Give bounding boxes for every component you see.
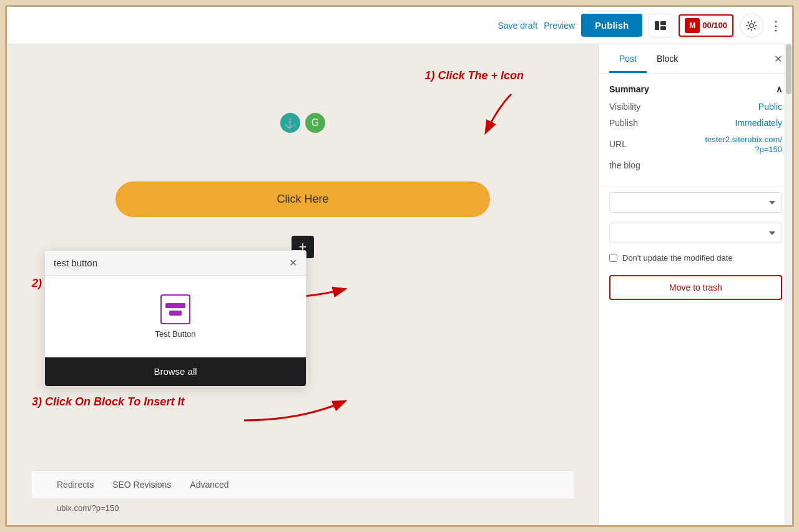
visibility-row: Visibility Public xyxy=(609,102,782,112)
anchor-icon: ⚓ xyxy=(280,113,300,133)
search-results: Test Button xyxy=(45,276,306,357)
toolbar: Save draft Preview Publish M 00/100 ⋮ xyxy=(7,7,792,44)
url-suffix[interactable]: ?p=150 xyxy=(755,145,782,154)
summary-label: Summary xyxy=(609,84,649,94)
summary-chevron: ∧ xyxy=(776,84,782,94)
svg-rect-0 xyxy=(655,21,659,30)
sidebar-post-tab[interactable]: Post xyxy=(609,46,647,73)
browse-all-footer[interactable]: Browse all xyxy=(45,357,306,386)
search-close-button[interactable]: ✕ xyxy=(289,257,297,269)
url-row: URL tester2.siterubix.com/ ?p=150 xyxy=(609,134,782,154)
test-button-block-icon xyxy=(160,294,190,324)
url-label: URL xyxy=(609,139,627,149)
modified-date-checkbox[interactable] xyxy=(609,254,617,262)
test-button-block-label: Test Button xyxy=(155,329,195,339)
view-toggle-button[interactable] xyxy=(649,14,672,37)
advanced-tab[interactable]: Advanced xyxy=(190,480,228,490)
svg-rect-1 xyxy=(660,21,666,25)
category-dropdown[interactable] xyxy=(609,192,782,213)
url-bottom-text: ubix.com/?p=150 xyxy=(32,498,574,518)
redirects-tab[interactable]: Redirects xyxy=(57,480,94,490)
arrow1-icon xyxy=(461,88,536,138)
svg-rect-2 xyxy=(660,26,666,30)
publish-row-value[interactable]: Immediately xyxy=(735,118,782,128)
visibility-label: Visibility xyxy=(609,102,640,112)
step1-annotation: 1) Click The + Icon xyxy=(424,69,524,82)
summary-header[interactable]: Summary ∧ xyxy=(609,84,782,94)
sidebar-block-tab[interactable]: Block xyxy=(647,46,688,73)
block-search-popup: ✕ Test Button Browse all xyxy=(44,250,306,387)
publish-button[interactable]: Publish xyxy=(581,14,642,37)
after-text-row: the blog xyxy=(609,160,782,170)
arrow3-icon xyxy=(244,395,356,427)
grammar-icon: G xyxy=(305,113,325,133)
block-icon-line2 xyxy=(169,311,181,316)
right-sidebar: Post Block ✕ Summary ∧ Visibility Public… xyxy=(599,44,792,525)
right-scrollbar[interactable] xyxy=(785,44,792,525)
modified-date-label: Don't update the modified date xyxy=(622,253,733,263)
browse-all-text: Browse all xyxy=(154,366,197,377)
seo-icon: M xyxy=(685,18,700,33)
format-dropdown[interactable] xyxy=(609,223,782,243)
step4-region: Or Click Browse All To See Full Block Li… xyxy=(32,518,574,525)
gear-icon xyxy=(746,20,757,31)
scrollbar-thumb xyxy=(786,44,792,94)
step4-annotation: Or Click Browse All To See Full Block Li… xyxy=(57,524,298,525)
save-draft-link[interactable]: Save draft xyxy=(498,21,537,31)
step3-annotation: 3) Click On Block To Insert It xyxy=(32,395,184,409)
visibility-value[interactable]: Public xyxy=(758,102,782,112)
modified-date-row: Don't update the modified date xyxy=(599,248,792,268)
summary-section: Summary ∧ Visibility Public Publish Imme… xyxy=(599,74,792,187)
move-to-trash-button[interactable]: Move to trash xyxy=(609,275,782,300)
test-button-block-item[interactable]: Test Button xyxy=(149,288,202,345)
more-options-button[interactable]: ⋮ xyxy=(770,18,782,33)
url-value-container: tester2.siterubix.com/ ?p=150 xyxy=(705,134,782,154)
click-here-button[interactable]: Click Here xyxy=(115,181,490,217)
block-search-input[interactable] xyxy=(54,258,289,268)
seo-revisions-tab[interactable]: SEO Revisions xyxy=(112,480,171,490)
publish-row-label: Publish xyxy=(609,118,638,128)
bottom-tabs: Redirects SEO Revisions Advanced xyxy=(32,470,574,498)
seo-score-value: 00/100 xyxy=(702,21,727,30)
after-text: the blog xyxy=(609,160,640,170)
layout-icon xyxy=(655,21,666,30)
editor-icons: ⚓ G xyxy=(280,113,325,133)
search-popup-header: ✕ xyxy=(45,251,306,276)
url-value[interactable]: tester2.siterubix.com/ xyxy=(705,135,782,144)
seo-score-button[interactable]: M 00/100 xyxy=(679,14,733,37)
preview-link[interactable]: Preview xyxy=(544,21,575,31)
svg-point-3 xyxy=(750,24,753,27)
settings-button[interactable] xyxy=(740,14,763,37)
block-icon-line1 xyxy=(165,303,185,308)
sidebar-close-button[interactable]: ✕ xyxy=(774,53,782,65)
publish-row: Publish Immediately xyxy=(609,118,782,128)
sidebar-tabs: Post Block ✕ xyxy=(599,44,792,74)
